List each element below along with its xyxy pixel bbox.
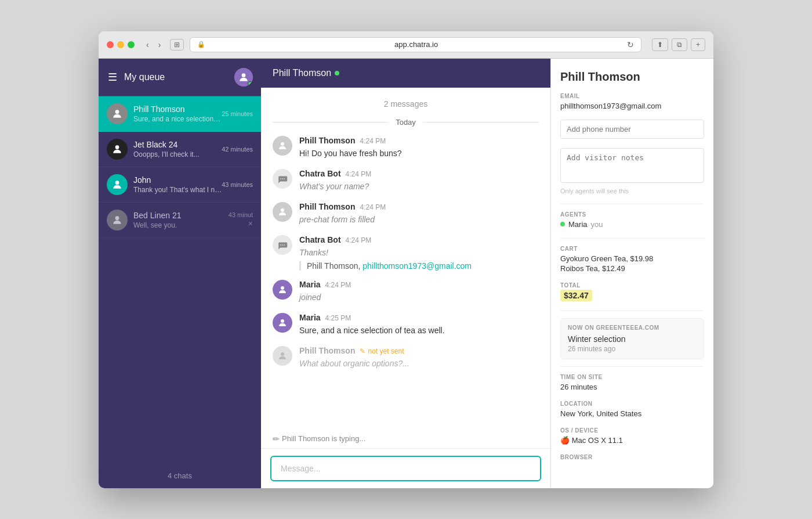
right-panel: Phill Thomson EMAIL phillthomson1973@gma…: [551, 59, 713, 488]
lock-icon: 🔒: [197, 41, 205, 48]
message-input[interactable]: [270, 456, 541, 481]
close-window-button[interactable]: [107, 41, 114, 48]
browser-actions: ⬆ ⧉ +: [652, 38, 705, 51]
msg-sender-m6: Maria: [299, 313, 321, 322]
chat-item-phill[interactable]: Phill Thomson Sure, and a nice selection…: [99, 96, 261, 132]
cart-section: CART Gyokuro Green Tea, $19.98 Roibos Te…: [560, 246, 704, 273]
time-on-site-value: 26 minutes: [560, 383, 704, 391]
divider-2: [560, 238, 704, 239]
minimize-window-button[interactable]: [117, 41, 124, 48]
hamburger-button[interactable]: ☰: [107, 70, 118, 85]
chat-time-jetblack: 42 minutes: [222, 146, 253, 153]
chat-avatar-jetblack: [107, 139, 128, 160]
svg-point-1: [115, 110, 119, 114]
chat-info-bedlinen: Bed Linen 21 Well, see you.: [133, 211, 229, 229]
svg-point-9: [281, 352, 284, 356]
msg-content-m6: Maria 4:25 PM Sure, and a nice selection…: [299, 313, 539, 337]
cart-item-1: Gyokuro Green Tea, $19.98: [560, 254, 704, 263]
back-button[interactable]: ‹: [143, 39, 153, 51]
chat-meta-jetblack: 42 minutes: [222, 146, 253, 153]
message-row-m4: Chatra Bot 4:24 PM Thanks! Phill Thomson…: [273, 235, 539, 271]
agent-avatar-icon: [238, 71, 249, 83]
window-view-button[interactable]: ⊞: [170, 39, 184, 51]
chat-item-jetblack[interactable]: Jet Black 24 Ooopps, I'll check it... 42…: [99, 132, 261, 167]
msg-content-m7: Phill Thomson ✎ not yet sent What about …: [299, 346, 539, 370]
chat-name-john: John: [133, 175, 222, 185]
chat-meta-john: 43 minutes: [222, 181, 253, 188]
nav-buttons: ‹ ›: [143, 39, 164, 51]
chat-avatar-bedlinen: [107, 210, 128, 230]
duplicate-button[interactable]: ⧉: [672, 38, 687, 51]
sidebar-header: ☰ My queue: [99, 59, 261, 96]
messages-container[interactable]: 2 messages Today Phill Thomson: [261, 88, 550, 430]
svg-point-7: [281, 286, 284, 290]
share-button[interactable]: ⬆: [652, 38, 668, 51]
msg-header-m7: Phill Thomson ✎ not yet sent: [299, 346, 539, 355]
email-label: EMAIL: [560, 93, 704, 99]
msg-sender-m7: Phill Thomson: [299, 346, 355, 355]
os-value: 🍎 Mac OS X 11.1: [560, 436, 704, 445]
close-chat-button[interactable]: ×: [248, 219, 253, 228]
notes-textarea[interactable]: [560, 148, 704, 183]
chat-time-bedlinen: 43 minut: [229, 211, 253, 218]
msg-content-m3: Phill Thomson 4:24 PM pre-chat form is f…: [299, 202, 539, 226]
message-row-m6: Maria 4:25 PM Sure, and a nice selection…: [273, 313, 539, 337]
typing-text: Phill Thomson is typing...: [282, 434, 365, 443]
browser-chrome: ‹ › ⊞ 🔒 app.chatra.io ↻ ⬆ ⧉ +: [99, 31, 713, 59]
fullscreen-window-button[interactable]: [128, 41, 135, 48]
msg-avatar-m5: [273, 280, 292, 300]
email-value: phillthomson1973@gmail.com: [560, 102, 704, 110]
chat-item-bedlinen[interactable]: Bed Linen 21 Well, see you. 43 minut ×: [99, 203, 261, 238]
chat-preview-bedlinen: Well, see you.: [133, 221, 229, 229]
address-bar[interactable]: 🔒 app.chatra.io ↻: [190, 37, 641, 52]
agents-list: Maria you: [560, 220, 704, 229]
msg-sender-m3: Phill Thomson: [299, 202, 355, 211]
sidebar: ☰ My queue: [99, 59, 261, 488]
browser-label: BROWSER: [560, 454, 704, 460]
msg-avatar-m1: [273, 136, 292, 156]
panel-visitor-name: Phill Thomson: [560, 70, 704, 84]
msg-avatar-m3: [273, 202, 292, 222]
msg-quote-m4: Phill Thomson, phillthomson1973@gmail.co…: [299, 261, 539, 271]
msg-time-m2: 4:24 PM: [346, 170, 372, 178]
msg-text-m2: What's your name?: [299, 181, 539, 193]
location-value: New York, United States: [560, 409, 704, 418]
chat-time-phill: 25 minutes: [222, 110, 253, 117]
msg-header-m5: Maria 4:24 PM: [299, 280, 539, 289]
message-row-m2: Chatra Bot 4:24 PM What's your name?: [273, 169, 539, 193]
phone-input[interactable]: [560, 120, 704, 139]
forward-button[interactable]: ›: [155, 39, 165, 51]
traffic-lights: [107, 41, 135, 48]
chat-item-john[interactable]: John Thank you! That's what I need :-) 4…: [99, 167, 261, 203]
chat-preview-john: Thank you! That's what I need :-): [133, 186, 222, 194]
chat-count: 4 chats: [168, 471, 192, 480]
divider-4: [560, 366, 704, 367]
os-text: Mac OS X 11.1: [572, 436, 623, 445]
browser-section: BROWSER: [560, 454, 704, 460]
os-icon: 🍎: [560, 436, 570, 445]
now-on-label: NOW ON GREEENTEEEA.COM: [568, 325, 697, 331]
chat-preview-phill: Sure, and a nice selection of tea ...: [133, 115, 222, 123]
os-label: OS / DEVICE: [560, 427, 704, 434]
msg-text-m6: Sure, and a nice selection of tea as wel…: [299, 325, 539, 337]
msg-time-m3: 4:24 PM: [360, 203, 386, 211]
chat-header: Phill Thomson: [261, 59, 550, 88]
cart-item-2: Roibos Tea, $12.49: [560, 264, 704, 273]
msg-text-m5: joined: [299, 291, 539, 304]
date-divider-text: Today: [389, 118, 423, 127]
email-section: EMAIL phillthomson1973@gmail.com: [560, 93, 704, 110]
msg-content-m4: Chatra Bot 4:24 PM Thanks! Phill Thomson…: [299, 235, 539, 271]
msg-text-m4: Thanks!: [299, 247, 539, 259]
refresh-button[interactable]: ↻: [627, 40, 634, 49]
location-label: LOCATION: [560, 401, 704, 407]
not-sent-badge-m7: ✎ not yet sent: [360, 347, 404, 355]
msg-sender-m5: Maria: [299, 280, 321, 289]
email-link-m4[interactable]: phillthomson1973@gmail.com: [362, 261, 472, 271]
msg-header-m1: Phill Thomson 4:24 PM: [299, 136, 539, 145]
chat-info-john: John Thank you! That's what I need :-): [133, 175, 222, 194]
chat-preview-jetblack: Ooopps, I'll check it...: [133, 150, 222, 158]
agent-avatar[interactable]: [234, 68, 253, 86]
new-tab-button[interactable]: +: [691, 38, 705, 51]
pencil-icon: ✏: [273, 434, 280, 444]
browser-window: ‹ › ⊞ 🔒 app.chatra.io ↻ ⬆ ⧉ + ☰ My queue: [99, 31, 713, 488]
